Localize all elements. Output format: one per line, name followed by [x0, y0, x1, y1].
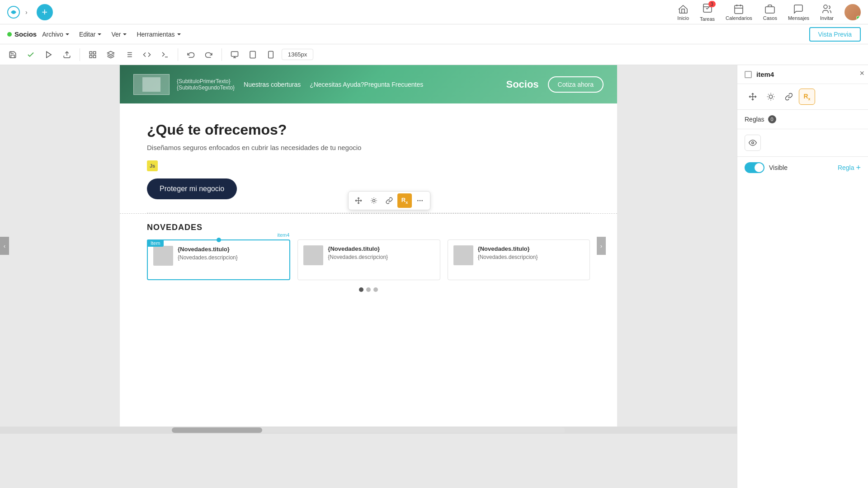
floating-toolbar: Rx [348, 191, 430, 210]
components-button[interactable] [85, 47, 100, 62]
nav-tareas[interactable]: 3 Tareas [700, 3, 715, 22]
preview-button[interactable]: Vista Previa [809, 27, 861, 42]
panel-style-btn[interactable] [763, 89, 779, 105]
ver-menu[interactable]: Ver [108, 29, 131, 40]
svg-rect-12 [94, 52, 96, 54]
code-button[interactable] [140, 47, 154, 62]
check-button[interactable] [24, 47, 38, 62]
main-area: {SubtituloPrimerTexto} {SubituloSegundoT… [0, 65, 868, 488]
float-style-btn[interactable] [367, 193, 381, 208]
site-brand: Socios [506, 79, 538, 90]
layers-button[interactable] [104, 47, 118, 62]
panel-checkbox[interactable] [745, 71, 752, 78]
news-card-3[interactable]: {Novedades.titulo} {Novedades.descripcio… [448, 239, 590, 280]
svg-point-38 [769, 95, 773, 99]
add-button[interactable]: + [37, 4, 53, 20]
desktop-view-button[interactable] [227, 47, 242, 62]
canvas-area[interactable]: {SubtituloPrimerTexto} {SubituloSegundoT… [0, 65, 737, 488]
nav-casos-label: Casos [763, 15, 777, 21]
eye-section [737, 129, 868, 157]
user-avatar[interactable] [844, 4, 861, 20]
svg-marker-15 [108, 51, 114, 55]
card-desc-1: {Novedades.descripcion} [178, 254, 284, 261]
svg-rect-7 [765, 7, 774, 13]
visible-toggle[interactable] [745, 162, 764, 173]
dot-1[interactable] [359, 287, 363, 292]
scroll-left-arrow[interactable]: ‹ [0, 237, 9, 255]
panel-link-btn[interactable] [781, 89, 797, 105]
card-content-3: {Novedades.titulo} {Novedades.descripcio… [478, 245, 584, 260]
scroll-right-arrow[interactable]: › [597, 237, 606, 255]
svg-rect-23 [231, 52, 238, 56]
item-label[interactable]: Item [147, 239, 164, 247]
nav-coberturas[interactable]: Nuestras coberturas [244, 81, 301, 88]
scrollbar-thumb[interactable] [172, 427, 262, 433]
redo-button[interactable] [202, 47, 216, 62]
dot-3[interactable] [373, 287, 378, 292]
top-nav-left: › + [7, 4, 53, 20]
panel-close-button[interactable]: × [859, 69, 864, 78]
float-rx-btn[interactable]: Rx [397, 193, 412, 208]
card-image-1 [153, 246, 173, 266]
nav-arrow[interactable]: › [24, 7, 29, 18]
online-indicator [856, 16, 860, 20]
nav-mensajes[interactable]: Mensajes [788, 4, 809, 21]
nav-calendarios[interactable]: Calendarios [726, 4, 752, 21]
undo-button[interactable] [184, 47, 198, 62]
second-nav-right: Vista Previa [809, 27, 861, 42]
nav-calendarios-label: Calendarios [726, 15, 752, 21]
visible-label: Visible [769, 164, 788, 171]
nav-ayuda[interactable]: ¿Necesitas Ayuda?Pregunta Frecuentes [310, 81, 423, 88]
float-more-btn[interactable] [413, 193, 427, 208]
page-canvas: {SubtituloPrimerTexto} {SubituloSegundoT… [120, 65, 617, 427]
scrollbar-track[interactable] [172, 427, 565, 433]
logo-icon[interactable] [7, 6, 20, 19]
top-navigation: › + Inicio 3 Tareas [0, 0, 868, 24]
visible-row: Visible Regla + [737, 157, 868, 178]
section-description: Diseñamos seguros enfocados en cubrir la… [147, 144, 590, 151]
card-image-2 [303, 245, 323, 265]
nav-casos[interactable]: Casos [763, 4, 777, 21]
editar-menu[interactable]: Editar [75, 29, 106, 40]
card-title-2: {Novedades.titulo} [328, 245, 434, 252]
structure-button[interactable] [122, 47, 136, 62]
tablet-view-button[interactable] [245, 47, 260, 62]
page-name: Socios [14, 30, 37, 38]
horizontal-scrollbar[interactable] [0, 427, 737, 434]
panel-header: item4 [737, 65, 868, 84]
pagination-dots [147, 287, 590, 292]
protect-button[interactable]: Proteger mi negocio [147, 178, 237, 199]
nav-invitar[interactable]: Invitar [820, 4, 834, 21]
js-badge: Js [147, 160, 158, 171]
svg-point-8 [824, 5, 827, 9]
editor-toolbar: 1365px [0, 44, 868, 65]
tag-button[interactable] [158, 47, 172, 62]
news-card-1[interactable]: Item item4 {Novedades.titulo} {Novedades… [147, 239, 290, 280]
svg-point-39 [752, 142, 754, 144]
save-button[interactable] [5, 47, 20, 62]
panel-close-area: × [859, 69, 864, 78]
float-move-btn[interactable] [351, 193, 366, 208]
second-navigation: Socios Archivo Editar Ver Herramientas V… [0, 24, 868, 44]
play-button[interactable] [42, 47, 56, 62]
section-title: ¿Qué te ofrecemos? [147, 122, 590, 138]
export-button[interactable] [60, 47, 74, 62]
float-link-btn[interactable] [382, 193, 396, 208]
item4-label: item4 [277, 232, 289, 238]
news-card-2[interactable]: {Novedades.titulo} {Novedades.descripcio… [297, 239, 440, 280]
nav-inicio[interactable]: Inicio [677, 4, 689, 21]
mobile-view-button[interactable] [264, 47, 278, 62]
herramientas-menu[interactable]: Herramientas [133, 29, 185, 40]
svg-point-32 [373, 199, 375, 202]
page-indicator: Socios [7, 30, 37, 38]
panel-move-btn[interactable] [745, 89, 761, 105]
regla-add[interactable]: Regla + [838, 163, 861, 173]
dot-2[interactable] [366, 287, 371, 292]
archivo-menu[interactable]: Archivo [38, 29, 74, 40]
eye-button[interactable] [745, 135, 761, 151]
cotiza-button[interactable]: Cotiza ahora [548, 76, 604, 93]
card-title-1: {Novedades.titulo} [178, 246, 284, 253]
panel-rx-btn[interactable]: Rx [799, 89, 815, 105]
tareas-badge: 3 [708, 1, 716, 7]
toggle-knob [755, 163, 764, 172]
